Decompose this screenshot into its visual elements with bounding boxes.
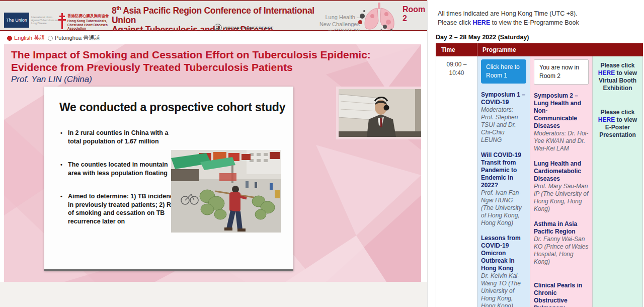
presentation-title: The Impact of Smoking and Cessation Effo… <box>11 48 371 73</box>
eposter-link[interactable]: HERE <box>598 116 615 123</box>
presentation-title-line1: The Impact of Smoking and Cessation Effo… <box>11 49 371 60</box>
session-item: Asthma in Asia Pacific Region Dr. Fanny … <box>534 220 589 266</box>
session-speaker: Prof. Ivan Fan-Ngai HUNG (The University… <box>481 189 526 227</box>
room-label: Room 2 <box>403 5 427 23</box>
room2-column: You are now in Room 2 Symposium 2 – Lung… <box>530 56 593 307</box>
room1-button[interactable]: Click here to Room 1 <box>481 59 526 84</box>
links-column: Please click HERE to view Virtual Booth … <box>593 56 643 307</box>
session-item: Lessons from COVID-19 Omicron Outbreak i… <box>481 235 526 307</box>
eprogramme-book-link[interactable]: HERE <box>472 19 490 26</box>
room1-session-list: Symposium 1 – COVID-19 Moderators: Prof.… <box>481 91 526 307</box>
session-time-cell: 09:00 – 10:40 <box>436 56 477 307</box>
session-item: Lung Health and Cardiometabolic Diseases… <box>534 160 589 213</box>
theme-line1: Lung Health – <box>292 14 360 21</box>
session-title: Symposium 2 – Lung Health and Non-Commun… <box>534 92 589 130</box>
session-title: Lung Health and Cardiometabolic Diseases <box>534 160 589 183</box>
session-title: Asthma in Asia Pacific Region <box>534 220 589 236</box>
language-english-label: English 英語 <box>14 34 45 42</box>
session-title: Clinical Pearls in Chronic Obstructive P… <box>534 282 589 307</box>
eposter-prefix: Please click <box>600 109 634 116</box>
programme-table: Time Programme 09:00 – 10:40 Click here … <box>436 43 643 307</box>
time-note-line1: All times indicated are Hong Kong Time (… <box>438 10 644 19</box>
virtual-booth-link[interactable]: HERE <box>598 69 615 76</box>
language-option-english[interactable]: English 英語 <box>7 34 45 42</box>
session-title: Symposium 1 – COVID-19 <box>481 91 526 106</box>
session-speaker: Moderators: Dr. Hoi-Yee KWAN and Dr. Wai… <box>534 130 589 152</box>
theme-line2: New Challenges <box>292 21 360 28</box>
session-speaker: Moderators: Prof. Stephen TSUI and Dr. C… <box>481 106 526 144</box>
union-logo: The Union <box>4 13 29 28</box>
title-line1: Asia Pacific Region Conference of Intern… <box>112 6 314 25</box>
session-title: Lessons from COVID-19 Omicron Outbreak i… <box>481 235 526 272</box>
table-header-time: Time <box>436 44 477 56</box>
time-end: 10:40 <box>436 69 477 78</box>
room2-session-list: Symposium 2 – Lung Health and Non-Commun… <box>534 92 589 307</box>
session-item: Clinical Pearls in Chronic Obstructive P… <box>534 282 589 307</box>
presentation-stage: The Impact of Smoking and Cessation Effo… <box>4 44 421 282</box>
session-speaker: Dr. Fanny Wai-San KO (Prince of Wales Ho… <box>534 236 589 266</box>
hk-association-name-zh: 香港防癆心臟及胸病協會 <box>67 14 109 19</box>
presenter-video[interactable] <box>336 87 421 139</box>
time-note: All times indicated are Hong Kong Time (… <box>438 10 644 27</box>
presenter-video-frame <box>339 89 421 137</box>
room1-column: Click here to Room 1 Symposium 1 – COVID… <box>477 56 530 307</box>
lorraine-cross-icon <box>58 13 66 29</box>
street-photo <box>171 150 281 233</box>
eposter-block: Please click HERE to view E-Poster Prese… <box>595 109 640 139</box>
session-item: Symposium 2 – Lung Health and Non-Commun… <box>534 92 589 152</box>
slide-bullet-list: In 2 rural counties in China with a tota… <box>59 129 180 241</box>
session-speaker: Dr. Kelvin Kai-Wang TO (The University o… <box>481 272 526 307</box>
lungs-illustration <box>357 2 401 33</box>
virtual-booth-block: Please click HERE to view Virtual Booth … <box>595 62 640 92</box>
presentation-speaker: Prof. Yan LIN (China) <box>11 74 92 85</box>
hk-association-name-en: Hong Kong Tuberculosis, Chest and Heart … <box>67 19 114 31</box>
session-title: Will COVID-19 Transit from Pandemic to E… <box>481 151 526 189</box>
language-bar: English 英語 Putonghua 普通話 <box>0 31 427 44</box>
note-suffix: to view the E-Programme Book <box>490 19 579 26</box>
session-item: Will COVID-19 Transit from Pandemic to E… <box>481 151 526 227</box>
union-logo-subtext: International Union Against Tuberculosis… <box>31 16 60 25</box>
booth-prefix: Please click <box>600 62 634 69</box>
slide-heading: We conducted a prospective cohort study <box>59 101 285 114</box>
language-option-putonghua[interactable]: Putonghua 普通話 <box>48 34 100 42</box>
note-prefix: Please click <box>438 19 472 26</box>
time-start: 09:00 – <box>436 60 477 69</box>
programme-sidebar: All times indicated are Hong Kong Time (… <box>427 0 644 307</box>
session-speaker: Prof. Mary Sau-Man IP (The University of… <box>534 183 589 213</box>
language-putonghua-label: Putonghua 普通話 <box>55 34 100 42</box>
conference-banner: The Union International Union Against Tu… <box>0 0 427 31</box>
page-lower-background <box>0 282 427 307</box>
union-logo-label: The Union <box>6 18 27 23</box>
laptop-icon <box>214 24 222 32</box>
virtual-conference-badge: VIRTUAL CONFERENCE <box>214 24 274 32</box>
slide: We conducted a prospective cohort study … <box>44 87 293 271</box>
radio-selected-icon[interactable] <box>7 36 12 41</box>
main-area: The Union International Union Against Tu… <box>0 0 427 307</box>
room2-current-indicator: You are now in Room 2 <box>534 59 589 85</box>
presentation-title-line2: Evidence from Previously Treated Tubercu… <box>11 61 293 73</box>
title-ordinal: th <box>116 6 121 11</box>
table-header-programme: Programme <box>477 44 643 56</box>
time-note-line2: Please click HERE to view the E-Programm… <box>438 19 644 28</box>
slide-bullet: In 2 rural counties in China with a tota… <box>59 129 180 145</box>
slide-bullet: The counties located in mountain area wi… <box>59 161 180 177</box>
slide-bullet: Aimed to determine: 1) TB incidence in p… <box>59 192 180 225</box>
session-item: Symposium 1 – COVID-19 Moderators: Prof.… <box>481 91 526 144</box>
radio-unselected-icon[interactable] <box>48 36 53 41</box>
virtual-conference-label: VIRTUAL CONFERENCE <box>223 26 274 30</box>
day-heading: Day 2 – 28 May 2022 (Saturday) <box>436 34 644 41</box>
